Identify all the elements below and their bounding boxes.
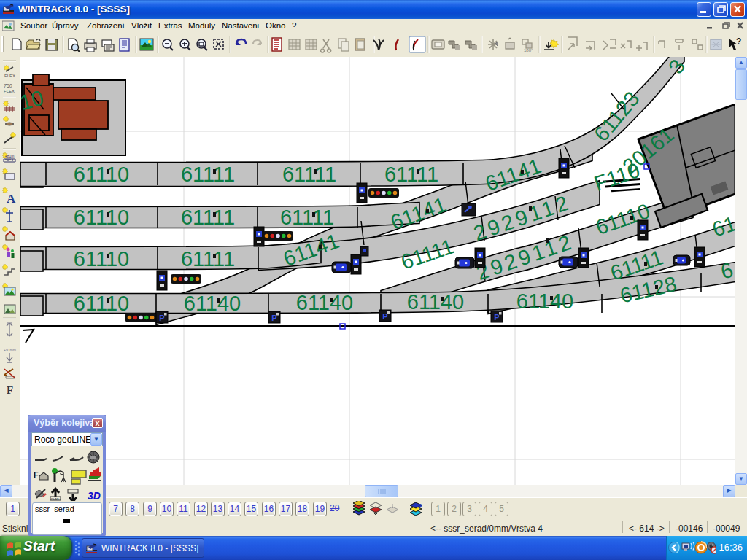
svg-text:180°: 180°: [524, 48, 533, 52]
svg-text:61140: 61140: [516, 289, 574, 313]
svg-text:61110: 61110: [74, 247, 129, 271]
svg-text:61140: 61140: [184, 292, 241, 315]
svg-text:P: P: [382, 312, 387, 321]
svg-text:61111: 61111: [282, 163, 336, 186]
svg-text:61110: 61110: [74, 206, 129, 229]
svg-text:61111: 61111: [280, 206, 334, 229]
svg-text:61111: 61111: [181, 163, 235, 186]
svg-text:?: ?: [736, 36, 741, 47]
svg-text:+91mm: +91mm: [4, 348, 16, 352]
svg-text:61140: 61140: [407, 290, 465, 314]
svg-text:PLAN: PLAN: [51, 497, 59, 501]
svg-text:61140: 61140: [296, 291, 354, 314]
svg-text:481m: 481m: [5, 154, 15, 158]
svg-text:61111: 61111: [384, 163, 438, 186]
svg-text:FLEX: FLEX: [4, 89, 15, 93]
svg-text:61110: 61110: [74, 292, 129, 315]
svg-text:?: ?: [417, 502, 422, 511]
svg-text:61110: 61110: [74, 163, 129, 186]
svg-text:61111: 61111: [181, 247, 235, 271]
svg-text:3D: 3D: [88, 490, 101, 501]
svg-text:P: P: [271, 314, 276, 322]
svg-text:P: P: [494, 313, 499, 322]
svg-text:F: F: [7, 384, 13, 396]
svg-text:F: F: [34, 470, 39, 479]
svg-text:750: 750: [4, 83, 12, 88]
svg-text:A: A: [7, 192, 16, 206]
svg-text:61111: 61111: [181, 206, 235, 229]
svg-text:FLEX: FLEX: [4, 74, 15, 78]
svg-text:P: P: [159, 314, 164, 322]
